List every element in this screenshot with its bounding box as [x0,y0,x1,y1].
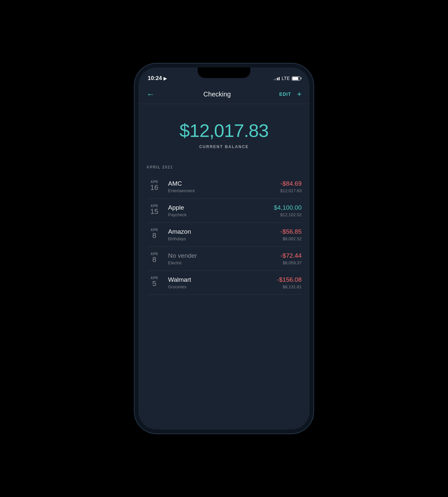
transaction-amount: -$156.08 [277,276,302,283]
transaction-amount: -$72.44 [281,252,302,259]
transaction-running-balance: $12,017.83 [280,188,302,193]
notch [198,67,250,78]
balance-label: CURRENT BALANCE [146,144,302,149]
transaction-item[interactable]: APR 8 No vender Electric -$72.44 $8,059.… [146,247,302,271]
transaction-info: AMC Entertainment [168,180,280,193]
transaction-amounts: $4,100.00 $12,102.52 [274,204,302,217]
transaction-amount: -$56.85 [281,228,302,235]
signal-bar-2 [275,78,276,80]
transaction-name: No vender [168,252,281,259]
top-nav: ← Checking EDIT + [138,85,310,104]
status-right: LTE [274,76,300,81]
signal-bar-1 [274,79,275,80]
battery-icon [292,76,300,81]
signal-bar-4 [279,77,280,80]
transaction-info: Apple Paycheck [168,204,274,217]
transactions-list: APRIL 2021 APR 16 AMC Entertainment -$84… [138,161,310,295]
transaction-amounts: -$84.69 $12,017.83 [280,180,302,193]
transaction-name: Amazon [168,228,281,235]
page-title: Checking [203,91,231,98]
add-button[interactable]: + [297,90,302,98]
transaction-amount: $4,100.00 [274,204,302,211]
network-label: LTE [282,76,290,81]
date-day: 5 [146,280,162,288]
transaction-category: Electric [168,260,281,265]
transaction-category: Paycheck [168,212,274,217]
transaction-info: Walmart Groceries [168,276,277,289]
transaction-item[interactable]: APR 15 Apple Paycheck $4,100.00 $12,102.… [146,199,302,223]
transaction-item[interactable]: APR 5 Walmart Groceries -$156.08 $8,131.… [146,271,302,295]
transaction-date: APR 16 [146,180,162,192]
transaction-amounts: -$56.85 $8,002.52 [281,228,302,241]
transaction-info: Amazon Birthdays [168,228,281,241]
transaction-name: Walmart [168,276,277,283]
transaction-category: Groceries [168,284,277,289]
transaction-running-balance: $8,002.52 [281,236,302,241]
balance-section: $12,017.83 CURRENT BALANCE [138,104,310,161]
nav-right-buttons: EDIT + [279,90,302,98]
date-day: 8 [146,232,162,240]
time-display: 10:24 [148,75,162,82]
date-day: 8 [146,256,162,264]
transaction-running-balance: $12,102.52 [274,212,302,217]
balance-amount: $12,017.83 [146,120,302,141]
transaction-info: No vender Electric [168,252,281,265]
transaction-running-balance: $8,059.37 [281,260,302,265]
transaction-item[interactable]: APR 16 AMC Entertainment -$84.69 $12,017… [146,175,302,199]
signal-bar-3 [277,78,278,80]
edit-button[interactable]: EDIT [279,92,291,97]
transaction-category: Birthdays [168,236,281,241]
transaction-date: APR 8 [146,228,162,240]
status-time: 10:24 ▶ [148,75,167,82]
transaction-category: Entertainment [168,188,280,193]
date-day: 15 [146,208,162,216]
month-header: APRIL 2021 [146,161,302,175]
transaction-running-balance: $8,131.81 [277,284,302,289]
transaction-amounts: -$156.08 $8,131.81 [277,276,302,289]
battery-fill [292,77,298,80]
transaction-date: APR 15 [146,204,162,216]
transaction-name: Apple [168,204,274,211]
back-button[interactable]: ← [146,90,155,98]
transaction-date: APR 5 [146,276,162,288]
signal-bars [274,76,280,80]
transaction-item[interactable]: APR 8 Amazon Birthdays -$56.85 $8,002.52 [146,223,302,247]
date-day: 16 [146,184,162,192]
transaction-name: AMC [168,180,280,187]
location-icon: ▶ [163,76,167,81]
transaction-rows: APR 16 AMC Entertainment -$84.69 $12,017… [146,175,302,295]
phone-frame: 10:24 ▶ LTE ← Checking EDIT + $12,017.83… [138,67,310,430]
transaction-amount: -$84.69 [280,180,302,187]
transaction-date: APR 8 [146,252,162,264]
transaction-amounts: -$72.44 $8,059.37 [281,252,302,265]
